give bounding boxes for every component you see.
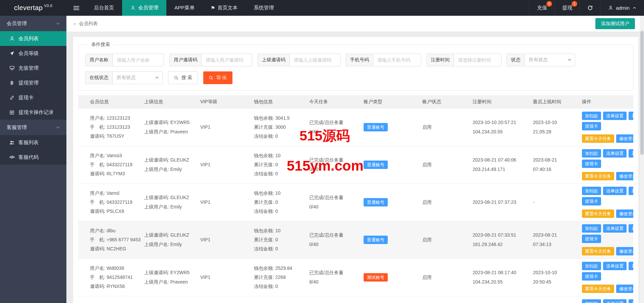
parent-info-cell: 上级邀请码: UZB5PT 上级用户名: Anna008 (140, 296, 196, 303)
withdraw-card-button[interactable]: 提现卡 (582, 272, 601, 281)
col-today-tasks: 今天任务 (305, 95, 360, 109)
last-online-cell: 2023-08-21 07:25:34 (529, 296, 578, 303)
register-time-input[interactable] (454, 54, 501, 66)
parent-invite-code-input[interactable] (290, 54, 340, 66)
basic-info-button[interactable]: 基础资料 (629, 224, 633, 233)
account-type-cell: 普通账号 (360, 221, 418, 259)
withdraw-shortcut[interactable]: 提现 1 (554, 0, 580, 16)
add-deduct-button[interactable]: 加扣款 (582, 112, 601, 120)
table-row: 用户名: Praveen 手 机: 02108881636 邀请码: EY2WR… (78, 296, 633, 303)
admin-menu[interactable]: admin (600, 0, 644, 16)
withdraw-card-button[interactable]: 提现卡 (582, 197, 601, 205)
col-account-status: 账户状态 (418, 95, 469, 109)
chain-order-settings-button[interactable]: 连单设置 (603, 224, 627, 233)
online-status-select[interactable]: 所有状态 (113, 72, 162, 84)
vip-level-cell: VIP1 (196, 296, 250, 303)
refresh-button[interactable] (580, 0, 600, 16)
reset-today-tasks-button[interactable]: 重置今天任务 (582, 172, 614, 180)
user-icon (130, 5, 136, 11)
sidebar-group-service[interactable]: 客服管理 (0, 120, 66, 135)
search-button[interactable]: 搜 索 (168, 71, 198, 84)
chain-order-settings-button[interactable]: 连单设置 (603, 187, 627, 195)
withdraw-card-button[interactable]: 提现卡 (582, 122, 601, 130)
reset-today-tasks-button[interactable]: 重置今天任务 (582, 285, 614, 293)
page-scrollbar[interactable] (640, 16, 644, 303)
recharge-shortcut[interactable]: 充值 0 (529, 0, 554, 16)
sidebar-collapse-button[interactable] (66, 0, 86, 16)
sidebar-group-members[interactable]: 会员管理 (0, 16, 66, 31)
phone-input[interactable] (373, 54, 421, 66)
reset-today-tasks-button[interactable]: 重置今天任务 (582, 209, 614, 218)
col-register-time: 注册时间 (469, 95, 529, 109)
admin-username: admin (616, 5, 630, 11)
add-deduct-button[interactable]: 加扣款 (582, 299, 601, 303)
sidebar-item-service-code[interactable]: </> 客服代码 (0, 150, 66, 165)
change-login-password-button[interactable]: 修改登录密码 (616, 285, 633, 293)
search-panel: 条件搜索 用户名称 用户邀请码 上级邀请码 手机号码 (78, 42, 633, 90)
nav-item-dashboard[interactable]: 后台首页 (86, 0, 122, 16)
watermark-text: 515源码 (300, 127, 350, 145)
change-login-password-button[interactable]: 修改登录密码 (616, 134, 633, 143)
change-login-password-button[interactable]: 修改登录密码 (616, 209, 633, 218)
add-deduct-button[interactable]: 加扣款 (582, 187, 601, 195)
chevron-down-icon (56, 21, 60, 26)
nav-item-home-text[interactable]: ⚑ 首页文本 (203, 0, 246, 16)
basic-info-button[interactable]: 基础资料 (629, 262, 633, 270)
double-chevron-icon: » (73, 20, 76, 27)
sidebar-item-service-list[interactable]: 客服列表 (0, 135, 66, 150)
account-type-badge[interactable]: 测试账号 (364, 273, 388, 282)
chevron-down-icon (568, 59, 572, 61)
basic-info-button[interactable]: 基础资料 (629, 299, 633, 303)
sidebar-item-withdraw-card-log[interactable]: 提现卡操作记录 (0, 105, 66, 120)
scrollbar-thumb[interactable] (640, 31, 644, 155)
basic-info-button[interactable]: 基础资料 (629, 187, 633, 195)
export-button[interactable]: 导 出 (203, 71, 232, 84)
account-type-badge[interactable]: 普通账号 (364, 198, 388, 206)
reset-today-tasks-button[interactable]: 重置今天任务 (582, 247, 614, 255)
add-deduct-button[interactable]: 加扣款 (582, 224, 601, 233)
chain-order-settings-button[interactable]: 连单设置 (603, 149, 627, 158)
chain-order-settings-button[interactable]: 连单设置 (603, 112, 627, 120)
nav-item-app-menu[interactable]: APP菜单 (166, 0, 203, 16)
presentation-board-icon (9, 65, 15, 71)
account-type-badge[interactable]: 普通账号 (364, 123, 388, 131)
today-tasks-cell: 已完成/总任务量 0/40 (305, 221, 360, 259)
sidebar-item-withdraw-manage[interactable]: ฿ 提现管理 (0, 75, 66, 90)
top-menu: 后台首页 会员管理 APP菜单 ⚑ 首页文本 系统管理 (86, 0, 282, 16)
table-row: 用户名: Vamsl 手 机: 0433227119 邀请码: P5LCX8 上… (78, 184, 633, 221)
chain-order-settings-button[interactable]: 连单设置 (603, 262, 627, 270)
user-invite-code-input[interactable] (202, 54, 252, 66)
username-input[interactable] (113, 54, 164, 66)
sidebar-item-member-list[interactable]: 会员列表 (0, 31, 66, 46)
account-type-badge[interactable]: 普通账号 (364, 161, 388, 169)
nav-item-members[interactable]: 会员管理 (122, 0, 166, 16)
action-group-2: 重置今天任务修改登录密码 (582, 209, 633, 218)
add-test-user-button[interactable]: 添加测试用户 (595, 18, 635, 29)
withdraw-card-button[interactable]: 提现卡 (582, 235, 601, 243)
wallet-info-cell: 钱包余额: 3041.5 累计充值: 3000 冻结金额: 0 (250, 109, 305, 146)
member-info-cell: 用户名: Vamsi3 手 机: 0433227119 邀请码: RL7YM3 (78, 146, 140, 184)
basic-info-button[interactable]: 基础资料 (629, 112, 633, 120)
change-login-password-button[interactable]: 修改登录密码 (616, 247, 633, 255)
nav-item-system[interactable]: 系统管理 (246, 0, 282, 16)
table-row: 用户名: dibu 手 机: +965 6777 9453 邀请码: NC2HE… (78, 221, 633, 259)
sidebar-item-member-level[interactable]: 会员等级 (0, 46, 66, 61)
add-deduct-button[interactable]: 加扣款 (582, 149, 601, 158)
sidebar-item-recharge-manage[interactable]: 充值管理 (0, 61, 66, 75)
reset-today-tasks-button[interactable]: 重置今天任务 (582, 134, 614, 143)
add-deduct-button[interactable]: 加扣款 (582, 262, 601, 270)
parent-info-cell: 上级邀请码: GLEUKZ 上级用户名: Emily (140, 184, 196, 221)
status-select[interactable]: 所有状态 (525, 54, 575, 66)
account-type-cell: 普通账号 (360, 184, 418, 221)
search-row-2: 在线状态 所有状态 搜 索 导 出 (85, 71, 630, 89)
change-login-password-button[interactable]: 修改登录密码 (616, 172, 633, 180)
account-type-badge[interactable]: 普通账号 (364, 236, 388, 244)
last-online-cell: 2023-10-10 21:05:28 (529, 109, 578, 146)
withdraw-card-button[interactable]: 提现卡 (582, 160, 601, 168)
sidebar-item-withdraw-card[interactable]: 提现卡 (0, 90, 66, 105)
basic-info-button[interactable]: 基础资料 (629, 149, 633, 158)
parent-info-cell: 上级邀请码: EY2WR5 上级用户名: Praveen (140, 109, 196, 146)
online-status-select-group: 在线状态 所有状态 (85, 71, 163, 84)
logo-version: V3.0 (44, 4, 53, 8)
chain-order-settings-button[interactable]: 连单设置 (603, 299, 627, 303)
